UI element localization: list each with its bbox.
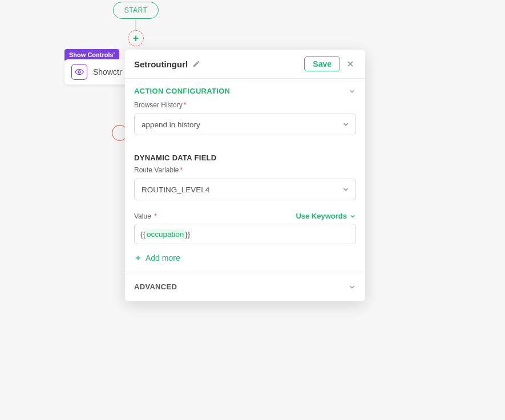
- chevron-down-icon: [342, 120, 350, 128]
- eye-icon: [71, 64, 87, 80]
- add-node-button[interactable]: +: [128, 30, 144, 46]
- node-badge-label: Show Controls': [69, 51, 115, 58]
- start-node[interactable]: START: [113, 2, 159, 19]
- required-marker: *: [152, 212, 157, 220]
- route-variable-field: Route Variable* ROUTING_LEVEL4: [125, 166, 365, 208]
- required-marker: *: [180, 166, 183, 174]
- browser-history-field: Browser History* append in history: [125, 101, 365, 143]
- use-keywords-button[interactable]: Use Keywords: [296, 212, 356, 220]
- node-card-label: Showctr: [93, 67, 122, 76]
- panel-header: Setroutingurl Save: [125, 50, 365, 79]
- panel-title: Setroutingurl: [134, 59, 188, 69]
- dynamic-data-section: DYNAMIC DATA FIELD: [125, 143, 365, 166]
- plus-icon: [134, 254, 142, 262]
- add-more-label: Add more: [146, 253, 180, 262]
- plus-icon: +: [133, 33, 139, 45]
- browser-history-select[interactable]: append in history: [134, 114, 356, 135]
- route-variable-value: ROUTING_LEVEL4: [142, 185, 209, 194]
- node-badge: Show Controls': [64, 49, 119, 60]
- chevron-down-icon: [349, 213, 356, 220]
- keyword-token: {{occupation}}: [140, 229, 190, 239]
- browser-history-label: Browser History*: [134, 101, 356, 109]
- chevron-down-icon: [342, 185, 350, 193]
- dynamic-data-title: DYNAMIC DATA FIELD: [134, 154, 217, 162]
- save-button[interactable]: Save: [304, 56, 340, 71]
- route-variable-select[interactable]: ROUTING_LEVEL4: [134, 179, 356, 200]
- chevron-down-icon: [348, 283, 356, 291]
- svg-point-0: [78, 71, 80, 73]
- edit-title-button[interactable]: [192, 60, 200, 68]
- value-input[interactable]: {{occupation}}: [134, 224, 356, 244]
- required-marker: *: [184, 101, 187, 109]
- section-action-configuration-title: ACTION CONFIGURATION: [134, 87, 230, 95]
- config-panel: Setroutingurl Save ACTION CONFIGURATION …: [125, 50, 365, 301]
- browser-history-value: append in history: [142, 120, 200, 129]
- route-variable-label: Route Variable*: [134, 166, 356, 174]
- add-more-button[interactable]: Add more: [125, 250, 365, 273]
- section-advanced-title: ADVANCED: [134, 282, 177, 291]
- use-keywords-label: Use Keywords: [296, 212, 347, 220]
- section-advanced[interactable]: ADVANCED: [125, 273, 365, 301]
- section-action-configuration[interactable]: ACTION CONFIGURATION: [125, 79, 365, 101]
- value-label: Value *: [134, 212, 157, 220]
- start-node-label: START: [124, 6, 148, 14]
- connector-line: [135, 19, 136, 30]
- value-field-header: Value * Use Keywords: [125, 208, 365, 224]
- close-button[interactable]: [345, 58, 356, 70]
- chevron-down-icon: [348, 87, 356, 95]
